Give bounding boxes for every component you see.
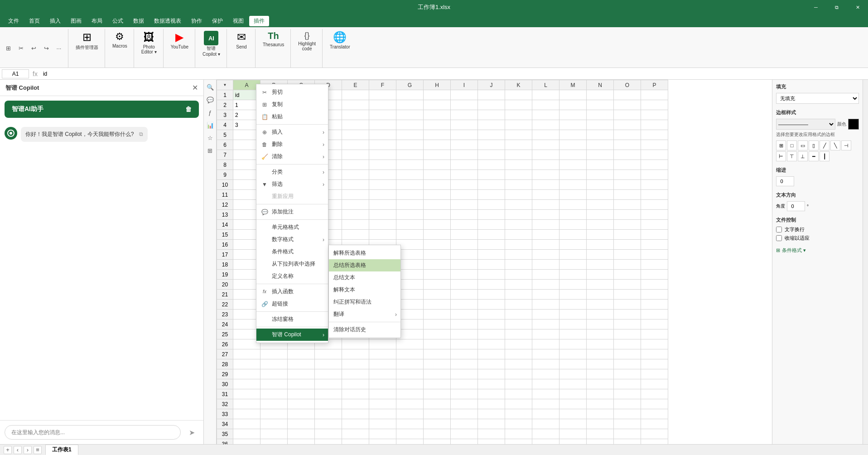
- add-sheet-button[interactable]: +: [4, 446, 12, 454]
- cell-I4[interactable]: [451, 120, 478, 130]
- cell-H2[interactable]: [424, 100, 451, 110]
- cell-P21[interactable]: [641, 290, 668, 300]
- cell-J13[interactable]: [478, 210, 505, 220]
- cell-M8[interactable]: [559, 160, 587, 170]
- cell-J19[interactable]: [478, 270, 505, 280]
- cell-P27[interactable]: [641, 349, 668, 359]
- cell-N6[interactable]: [587, 140, 614, 150]
- cell-J1[interactable]: [478, 90, 505, 100]
- cell-F11[interactable]: [369, 190, 396, 200]
- quick-icon-1[interactable]: ⊞: [3, 43, 14, 54]
- cell-O24[interactable]: [614, 319, 641, 329]
- cell-P10[interactable]: [641, 180, 668, 190]
- cell-reference-input[interactable]: [2, 69, 29, 78]
- cell-O1[interactable]: [614, 90, 641, 100]
- cell-F36[interactable]: [369, 439, 396, 445]
- cell-G14[interactable]: [396, 220, 424, 230]
- next-sheet-button[interactable]: ›: [24, 446, 32, 454]
- cell-L31[interactable]: [532, 389, 559, 399]
- menu-data[interactable]: 数据: [129, 16, 149, 26]
- cell-L26[interactable]: [532, 339, 559, 349]
- cell-L16[interactable]: [532, 240, 559, 250]
- cell-E31[interactable]: [342, 389, 369, 399]
- cell-L33[interactable]: [532, 409, 559, 419]
- cell-K33[interactable]: [505, 409, 532, 419]
- cell-B29[interactable]: [260, 369, 288, 379]
- cell-F5[interactable]: [369, 130, 396, 140]
- prev-sheet-button[interactable]: ‹: [14, 446, 22, 454]
- cell-D29[interactable]: [315, 369, 342, 379]
- cell-N33[interactable]: [587, 409, 614, 419]
- cell-J3[interactable]: [478, 110, 505, 120]
- cell-I3[interactable]: [451, 110, 478, 120]
- cell-M29[interactable]: [559, 369, 587, 379]
- cell-J14[interactable]: [478, 220, 505, 230]
- cell-P2[interactable]: [641, 100, 668, 110]
- cell-E11[interactable]: [342, 190, 369, 200]
- cell-G34[interactable]: [396, 419, 424, 429]
- cell-I26[interactable]: [451, 339, 478, 349]
- cell-H17[interactable]: [424, 250, 451, 260]
- formula-icon[interactable]: ƒ: [205, 107, 216, 118]
- cell-H21[interactable]: [424, 290, 451, 300]
- cell-N13[interactable]: [587, 210, 614, 220]
- cell-M3[interactable]: [559, 110, 587, 120]
- cell-C29[interactable]: [288, 369, 315, 379]
- cell-G11[interactable]: [396, 190, 424, 200]
- cell-H32[interactable]: [424, 399, 451, 409]
- cell-P34[interactable]: [641, 419, 668, 429]
- cell-K1[interactable]: [505, 90, 532, 100]
- cell-O12[interactable]: [614, 200, 641, 210]
- cell-I31[interactable]: [451, 389, 478, 399]
- col-header-I[interactable]: I: [451, 80, 478, 90]
- cell-J2[interactable]: [478, 100, 505, 110]
- cell-N2[interactable]: [587, 100, 614, 110]
- cell-F2[interactable]: [369, 100, 396, 110]
- cell-E29[interactable]: [342, 369, 369, 379]
- cell-N36[interactable]: [587, 439, 614, 445]
- cell-P7[interactable]: [641, 150, 668, 160]
- cell-J24[interactable]: [478, 319, 505, 329]
- cell-J11[interactable]: [478, 190, 505, 200]
- cell-B27[interactable]: [260, 349, 288, 359]
- search-icon[interactable]: 🔍: [205, 82, 216, 92]
- cell-F32[interactable]: [369, 399, 396, 409]
- cell-N30[interactable]: [587, 379, 614, 389]
- cell-K14[interactable]: [505, 220, 532, 230]
- cell-H25[interactable]: [424, 329, 451, 339]
- cell-P17[interactable]: [641, 250, 668, 260]
- cell-O35[interactable]: [614, 429, 641, 439]
- cell-K34[interactable]: [505, 419, 532, 429]
- cell-M33[interactable]: [559, 409, 587, 419]
- cell-E4[interactable]: [342, 120, 369, 130]
- cell-J26[interactable]: [478, 339, 505, 349]
- border-btn-1[interactable]: ⊞: [776, 140, 786, 150]
- thesaurus-button[interactable]: Th Thesaurus: [260, 29, 287, 49]
- cell-L25[interactable]: [532, 329, 559, 339]
- cell-M16[interactable]: [559, 240, 587, 250]
- cell-A30[interactable]: [233, 379, 260, 389]
- cell-P23[interactable]: [641, 310, 668, 319]
- menu-formula[interactable]: 公式: [108, 16, 128, 26]
- cell-N18[interactable]: [587, 260, 614, 270]
- cell-N1[interactable]: [587, 90, 614, 100]
- cell-J7[interactable]: [478, 150, 505, 160]
- cell-O8[interactable]: [614, 160, 641, 170]
- cell-P15[interactable]: [641, 230, 668, 240]
- ctx-define-name[interactable]: 定义名称: [256, 270, 328, 282]
- cell-N20[interactable]: [587, 280, 614, 290]
- menu-pivot[interactable]: 数据透视表: [149, 16, 186, 26]
- cell-P14[interactable]: [641, 220, 668, 230]
- col-header-L[interactable]: L: [532, 80, 559, 90]
- col-header-N[interactable]: N: [587, 80, 614, 90]
- cell-N29[interactable]: [587, 369, 614, 379]
- menu-file[interactable]: 文件: [4, 16, 24, 26]
- cell-O20[interactable]: [614, 280, 641, 290]
- ctx-comment[interactable]: 💬 添加批注: [256, 206, 328, 218]
- cell-K35[interactable]: [505, 429, 532, 439]
- cell-P28[interactable]: [641, 359, 668, 369]
- cell-G4[interactable]: [396, 120, 424, 130]
- cell-B30[interactable]: [260, 379, 288, 389]
- cell-H31[interactable]: [424, 389, 451, 399]
- cell-I18[interactable]: [451, 260, 478, 270]
